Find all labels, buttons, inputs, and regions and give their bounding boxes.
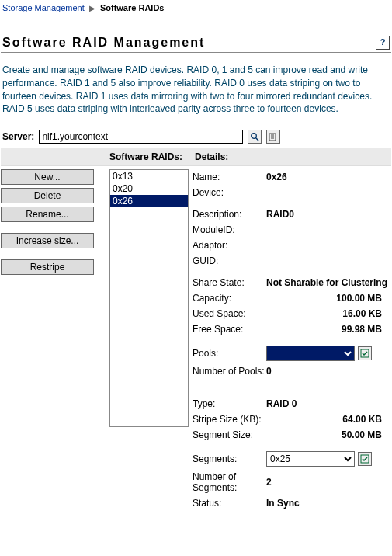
detail-value-stripe-size: 64.00 KB (266, 414, 391, 425)
svg-line-1 (256, 138, 259, 141)
detail-value-num-segments: 2 (266, 477, 391, 488)
detail-value-used-space: 16.00 KB (266, 308, 391, 319)
detail-value-capacity: 100.00 MB (266, 293, 391, 304)
details-column-header: Details: (187, 151, 391, 162)
detail-label-name: Name: (193, 172, 266, 182)
restripe-button[interactable]: Restripe (1, 259, 94, 275)
detail-label-free-space: Free Space: (193, 324, 266, 335)
detail-value-num-pools: 0 (266, 366, 391, 377)
object-history-icon[interactable] (266, 130, 280, 144)
breadcrumb-separator-icon: ▶ (89, 4, 95, 12)
detail-label-capacity: Capacity: (193, 293, 266, 304)
detail-label-num-pools: Number of Pools: (193, 366, 266, 377)
detail-label-description: Description: (193, 209, 266, 220)
detail-value-name: 0x26 (266, 172, 391, 182)
page-title: Software RAID Management (2, 36, 205, 50)
pools-link-icon[interactable] (358, 346, 372, 360)
list-item[interactable]: 0x13 (110, 170, 188, 182)
increase-size-button[interactable]: Increase size... (1, 233, 94, 248)
delete-button[interactable]: Delete (1, 188, 94, 203)
detail-label-segments: Segments: (193, 453, 266, 464)
new-button[interactable]: New... (1, 169, 94, 185)
raids-column-header: Software RAIDs: (109, 151, 187, 162)
detail-label-moduleid: ModuleID: (193, 224, 266, 235)
detail-label-share-state: Share State: (193, 277, 266, 288)
detail-value-segment-size: 50.00 MB (266, 429, 391, 440)
svg-point-0 (252, 134, 257, 139)
pools-select[interactable] (266, 346, 355, 361)
breadcrumb: Storage Management ▶ Software RAIDs (1, 2, 391, 17)
detail-value-status: In Sync (266, 498, 391, 509)
detail-label-num-segments: Number of Segments: (193, 471, 266, 493)
raid-listbox[interactable]: 0x130x200x26 (109, 169, 189, 427)
page-description: Create and manage software RAID devices.… (1, 53, 391, 116)
detail-label-pools: Pools: (193, 348, 266, 359)
rename-button[interactable]: Rename... (1, 207, 94, 222)
breadcrumb-parent-link[interactable]: Storage Management (2, 3, 85, 12)
detail-value-type: RAID 0 (266, 398, 391, 409)
help-icon[interactable]: ? (376, 36, 390, 50)
segments-link-icon[interactable] (358, 452, 372, 466)
detail-label-device: Device: (193, 187, 266, 198)
server-input[interactable] (39, 130, 243, 144)
detail-value-share-state: Not Sharable for Clustering (266, 277, 391, 288)
detail-label-segment-size: Segment Size: (193, 429, 266, 440)
detail-label-guid: GUID: (193, 255, 266, 266)
list-item[interactable]: 0x26 (110, 195, 188, 207)
browse-server-icon[interactable] (248, 130, 262, 144)
segments-select[interactable]: 0x25 (266, 451, 355, 467)
detail-label-adaptor: Adaptor: (193, 240, 266, 251)
detail-label-status: Status: (193, 498, 266, 509)
detail-value-description: RAID0 (266, 209, 391, 220)
detail-value-free-space: 99.98 MB (266, 324, 391, 335)
detail-label-type: Type: (193, 398, 266, 409)
breadcrumb-current: Software RAIDs (100, 3, 165, 12)
list-item[interactable]: 0x20 (110, 182, 188, 195)
detail-label-used-space: Used Space: (193, 308, 266, 319)
detail-label-stripe-size: Stripe Size (KB): (193, 414, 266, 425)
server-label: Server: (2, 131, 34, 142)
